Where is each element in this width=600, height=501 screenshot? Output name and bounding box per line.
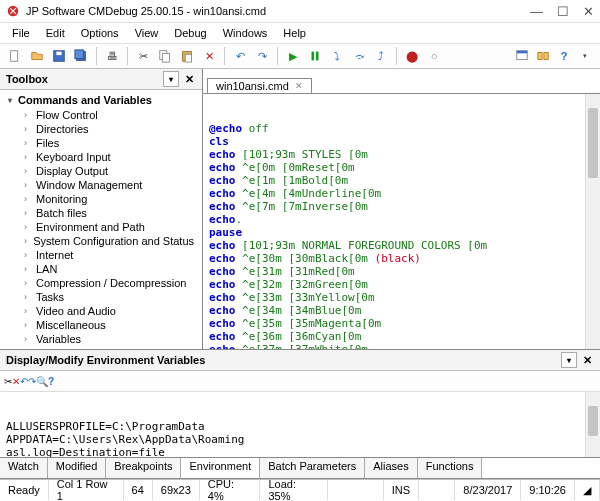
status-time: 9:10:26 bbox=[521, 480, 575, 500]
step-over-icon[interactable]: ⤼ bbox=[349, 46, 369, 66]
tree-node[interactable]: System Configuration and Status bbox=[0, 234, 202, 248]
scroll-thumb[interactable] bbox=[588, 108, 598, 178]
minimize-button[interactable]: — bbox=[530, 4, 543, 19]
tree-node[interactable]: Keyboard Input bbox=[0, 150, 202, 164]
panel-dropdown-icon[interactable]: ▾ bbox=[163, 71, 179, 87]
bottom-tab[interactable]: Aliases bbox=[365, 458, 417, 478]
panel-close-icon[interactable]: ✕ bbox=[580, 353, 594, 367]
stop-icon[interactable]: ⬤ bbox=[402, 46, 422, 66]
redo-icon[interactable]: ↷ bbox=[28, 376, 36, 387]
code-editor[interactable]: @echo offclsecho [101;93m STYLES [0mecho… bbox=[203, 94, 600, 349]
dropdown-icon[interactable]: ▾ bbox=[575, 46, 595, 66]
maximize-button[interactable]: ☐ bbox=[557, 4, 569, 19]
bottom-tab[interactable]: Watch bbox=[0, 458, 48, 478]
bottom-tab[interactable]: Functions bbox=[418, 458, 483, 478]
status-load: Load: 35% bbox=[260, 480, 328, 500]
step-out-icon[interactable]: ⤴ bbox=[371, 46, 391, 66]
menu-windows[interactable]: Windows bbox=[215, 25, 276, 41]
tree-node[interactable]: Tasks bbox=[0, 290, 202, 304]
svg-rect-5 bbox=[75, 50, 84, 59]
separator bbox=[96, 47, 97, 65]
bottom-tabs: WatchModifiedBreakpointsEnvironmentBatch… bbox=[0, 457, 600, 478]
tree-node[interactable]: Batch files bbox=[0, 206, 202, 220]
bottom-tab[interactable]: Batch Parameters bbox=[260, 458, 365, 478]
status-ready: Ready bbox=[0, 480, 49, 500]
editor-tab[interactable]: win10ansi.cmd ✕ bbox=[207, 78, 312, 93]
tree-node[interactable]: Directories bbox=[0, 122, 202, 136]
toolbox-header: Toolbox ▾ ✕ bbox=[0, 69, 202, 90]
svg-rect-10 bbox=[312, 52, 315, 61]
menu-view[interactable]: View bbox=[127, 25, 167, 41]
tab-label: win10ansi.cmd bbox=[216, 80, 289, 92]
svg-rect-14 bbox=[538, 53, 542, 60]
paste-icon[interactable] bbox=[177, 46, 197, 66]
menu-debug[interactable]: Debug bbox=[166, 25, 214, 41]
tree-node[interactable]: Miscellaneous bbox=[0, 318, 202, 332]
tree-node[interactable]: Internet bbox=[0, 248, 202, 262]
tree-node[interactable]: Environment and Path bbox=[0, 220, 202, 234]
panel-dropdown-icon[interactable]: ▾ bbox=[561, 352, 577, 368]
status-cpu: CPU: 4% bbox=[200, 480, 261, 500]
pause-icon[interactable] bbox=[305, 46, 325, 66]
vertical-scrollbar[interactable] bbox=[585, 94, 600, 349]
cut-icon[interactable]: ✂ bbox=[133, 46, 153, 66]
cut-icon[interactable]: ✂ bbox=[4, 376, 12, 387]
app-icon bbox=[6, 4, 20, 18]
env-line: APPDATA=C:\Users\Rex\AppData\Roaming bbox=[6, 433, 594, 446]
undo-icon[interactable]: ↶ bbox=[230, 46, 250, 66]
main-toolbar: 🖶 ✂ ✕ ↶ ↷ ▶ ⤵ ⤼ ⤴ ⬤ ○ ? ▾ bbox=[0, 44, 600, 69]
new-file-icon[interactable] bbox=[5, 46, 25, 66]
step-into-icon[interactable]: ⤵ bbox=[327, 46, 347, 66]
tree-node[interactable]: Flow Control bbox=[0, 108, 202, 122]
tree-node[interactable]: Display Output bbox=[0, 164, 202, 178]
tree-node[interactable]: Video and Audio bbox=[0, 304, 202, 318]
status-num: 64 bbox=[124, 480, 153, 500]
menu-file[interactable]: File bbox=[4, 25, 38, 41]
tree-node[interactable]: Functions bbox=[0, 346, 202, 349]
toolbox-icon[interactable] bbox=[533, 46, 553, 66]
env-body[interactable]: ALLUSERSPROFILE=C:\ProgramDataAPPDATA=C:… bbox=[0, 392, 600, 457]
open-file-icon[interactable] bbox=[27, 46, 47, 66]
menu-help[interactable]: Help bbox=[275, 25, 314, 41]
menu-options[interactable]: Options bbox=[73, 25, 127, 41]
vertical-scrollbar[interactable] bbox=[585, 392, 600, 457]
tree-node[interactable]: Files bbox=[0, 136, 202, 150]
bottom-tab[interactable]: Breakpoints bbox=[106, 458, 181, 478]
scroll-thumb[interactable] bbox=[588, 406, 598, 436]
separator bbox=[224, 47, 225, 65]
copy-icon[interactable] bbox=[155, 46, 175, 66]
tree-node[interactable]: Monitoring bbox=[0, 192, 202, 206]
record-icon[interactable]: ○ bbox=[424, 46, 444, 66]
panel-close-icon[interactable]: ✕ bbox=[182, 72, 196, 86]
redo-icon[interactable]: ↷ bbox=[252, 46, 272, 66]
resize-grip-icon[interactable]: ◢ bbox=[575, 480, 600, 500]
svg-rect-11 bbox=[316, 52, 319, 61]
help-icon[interactable]: ? bbox=[554, 46, 574, 66]
delete-icon[interactable]: ✕ bbox=[12, 376, 20, 387]
tab-close-icon[interactable]: ✕ bbox=[295, 81, 303, 91]
window-title: JP Software CMDebug 25.00.15 - win10ansi… bbox=[26, 5, 266, 17]
tree-node[interactable]: Variables bbox=[0, 332, 202, 346]
run-icon[interactable]: ▶ bbox=[283, 46, 303, 66]
save-icon[interactable] bbox=[49, 46, 69, 66]
toolbox-tree[interactable]: Commands and Variables Flow ControlDirec… bbox=[0, 90, 202, 349]
tree-node[interactable]: LAN bbox=[0, 262, 202, 276]
env-line: ALLUSERSPROFILE=C:\ProgramData bbox=[6, 420, 594, 433]
menu-edit[interactable]: Edit bbox=[38, 25, 73, 41]
delete-icon[interactable]: ✕ bbox=[199, 46, 219, 66]
bottom-tab[interactable]: Environment bbox=[181, 458, 260, 478]
find-icon[interactable]: 🔍 bbox=[36, 376, 48, 387]
tree-node[interactable]: Window Management bbox=[0, 178, 202, 192]
undo-icon[interactable]: ↶ bbox=[20, 376, 28, 387]
close-button[interactable]: ✕ bbox=[583, 4, 594, 19]
tree-node[interactable]: Compression / Decompression bbox=[0, 276, 202, 290]
env-header: Display/Modify Environment Variables ▾ ✕ bbox=[0, 350, 600, 371]
editor-tabs: win10ansi.cmd ✕ bbox=[203, 69, 600, 94]
bottom-tab[interactable]: Modified bbox=[48, 458, 107, 478]
window-icon[interactable] bbox=[512, 46, 532, 66]
tree-root[interactable]: Commands and Variables bbox=[0, 92, 202, 108]
env-title: Display/Modify Environment Variables bbox=[6, 354, 205, 366]
save-all-icon[interactable] bbox=[71, 46, 91, 66]
help-icon[interactable]: ? bbox=[48, 376, 54, 387]
print-icon[interactable]: 🖶 bbox=[102, 46, 122, 66]
